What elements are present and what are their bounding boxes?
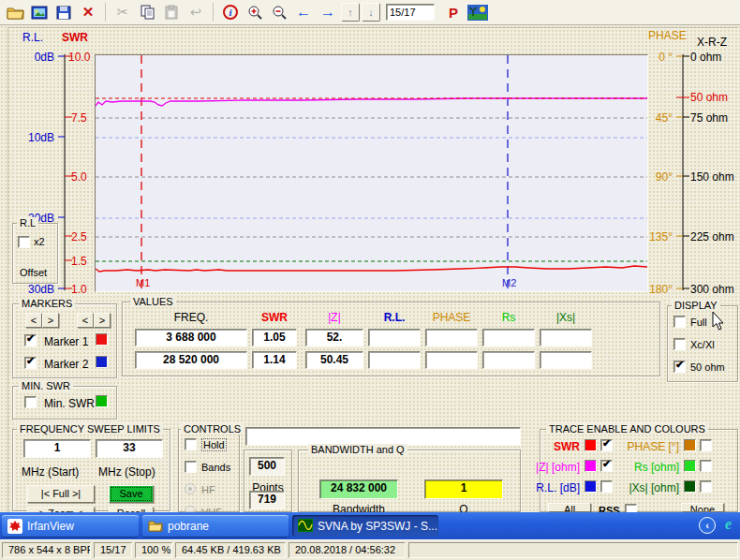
display-full-checkbox[interactable] [673,316,686,328]
marker2-color-swatch[interactable] [96,356,108,368]
save-icon[interactable] [52,2,75,22]
status-text-field[interactable] [245,427,521,446]
trace-swr-checkbox[interactable] [600,439,613,451]
display-xcxl-checkbox[interactable] [673,338,686,350]
ohm-tick: 225 ohm [690,230,734,243]
marker2-checkbox[interactable] [24,357,37,369]
marker1-label: Marker 1 [44,335,88,348]
trace-rl-checkbox[interactable] [600,480,613,493]
trace-rs-swatch[interactable] [684,460,696,472]
print-icon[interactable]: P [442,2,465,22]
trace-swr-swatch[interactable] [585,439,597,451]
last-image-icon[interactable]: ↓ [362,3,380,22]
tray-e-icon[interactable]: e [719,516,737,535]
phase-axis-header: PHASE [648,29,687,42]
swr-tick: 1.0 [71,283,87,296]
bandwidth-value-field: 24 832 000 [319,479,398,499]
ohm-tick: 300 ohm [690,283,734,296]
taskbar-item-irfanview[interactable]: IrfanView [2,515,139,537]
first-image-icon[interactable]: ↑ [341,3,360,22]
trace-rs-checkbox[interactable] [700,460,712,472]
marker1-next-button[interactable]: > [42,313,59,328]
status-file-size: 64.45 KB / 419.63 KB [175,542,286,558]
trace-phase-checkbox[interactable] [700,439,712,451]
display-group: DISPLAY Full Xc/Xl 50 ohm [667,305,738,382]
next-image-icon[interactable]: → [317,2,339,22]
marker1-checkbox[interactable] [24,334,37,346]
tray-collapse-chevron-icon[interactable]: ‹ [699,517,716,534]
trace-group-title: TRACE ENABLE AND COLOURS [546,423,708,435]
values-cell-z-m2: 50.45 [305,351,363,369]
trace-z-swatch[interactable] [585,460,597,472]
previous-image-icon[interactable]: ← [292,2,315,22]
marker1-prev-button[interactable]: < [25,313,42,328]
full-sweep-button[interactable]: |< Full >| [27,485,95,503]
values-cell-z-m1: 52. [305,329,363,346]
paste-icon [160,2,183,22]
svg-text:M2: M2 [502,277,516,288]
swr-tick: 7.5 [71,111,87,125]
values-header-xs: |Xs| [540,311,592,324]
min-swr-color-swatch[interactable] [96,395,108,407]
page-indicator-input[interactable] [386,4,435,21]
irfanview-toolbar: ✕ ✂ ↩ i ← → ↑ ↓ P [0,0,740,25]
rl-axis-header: R.L. [22,31,43,44]
mouse-cursor [712,312,725,332]
trace-rl-swatch[interactable] [585,480,597,493]
save-button[interactable]: Save [109,485,154,503]
ohm-tick-50: 50 ohm [690,91,728,104]
x2-checkbox[interactable] [18,236,30,248]
slideshow-icon[interactable] [466,2,489,22]
folder-icon [148,519,163,534]
bands-checkbox[interactable] [185,461,197,473]
chart-plot[interactable]: M1M2 [95,54,648,292]
open-icon[interactable] [4,2,26,22]
marker2-prev-button[interactable]: < [77,313,94,328]
start-frequency-field[interactable]: 1 [23,439,91,458]
ohm-tick: 150 ohm [690,170,734,184]
min-swr-checkbox[interactable] [24,396,37,408]
trace-z-checkbox[interactable] [600,460,613,472]
values-cell-swr-m1: 1.05 [252,329,297,346]
trace-xs-checkbox[interactable] [700,480,712,493]
irfanview-taskbar-icon [7,519,22,534]
trace-phase-swatch[interactable] [684,439,696,451]
trace-xs-swatch[interactable] [684,480,696,493]
taskbar-item-label: SVNA by SP3SWJ - S... [318,520,437,533]
controls-group-title: CONTROLS [181,423,244,435]
points-value-field[interactable]: 500 [249,457,285,476]
hold-checkbox[interactable] [185,438,197,450]
marker1-color-swatch[interactable] [96,333,108,346]
marker2-next-button[interactable]: > [94,313,111,328]
stop-frequency-field[interactable]: 33 [96,439,163,458]
thumbnails-icon[interactable] [28,2,51,22]
delete-icon[interactable]: ✕ [77,2,99,22]
sweep-limits-group-title: FREQUENCY SWEEP LIMITS [17,423,163,435]
values-cell-rs-m1 [482,329,535,346]
taskbar-item-svna[interactable]: SVNA by SP3SWJ - S... [292,515,438,537]
trace-z-label: |Z| [ohm] [527,461,580,474]
values-group-title: VALUES [130,296,176,307]
swr-tick: 1.5 [71,255,87,268]
copy-icon[interactable] [136,2,158,22]
display-full-label: Full [690,317,707,328]
markers-group-title: MARKERS [19,298,75,309]
trace-none-button[interactable]: None [681,503,724,512]
rl-offset-group: R.L x2 Offset [12,223,58,284]
taskbar-item-pobrane[interactable]: pobrane [142,515,289,537]
values-cell-xs-m2 [540,351,592,369]
info-icon[interactable]: i [219,2,242,22]
display-group-title: DISPLAY [672,300,720,311]
svna-app-icon [298,519,313,534]
zoom-out-icon[interactable] [268,2,290,22]
bands-label: Bands [201,462,230,473]
db-tick: 0dB [17,51,54,64]
display-50ohm-checkbox[interactable] [673,361,686,373]
undo-icon: ↩ [185,2,207,22]
trace-all-button[interactable]: All [548,503,591,512]
zoom-in-icon[interactable] [244,2,266,22]
values-cell-freq-m1: 3 688 000 [135,329,247,346]
points-value2-field[interactable]: 719 [249,491,285,509]
status-datetime: 20.08.2018 / 04:56:32 [289,542,406,558]
svna-app-window: R.L. SWR Antenna Cable Loss Cable Length… [0,25,740,512]
